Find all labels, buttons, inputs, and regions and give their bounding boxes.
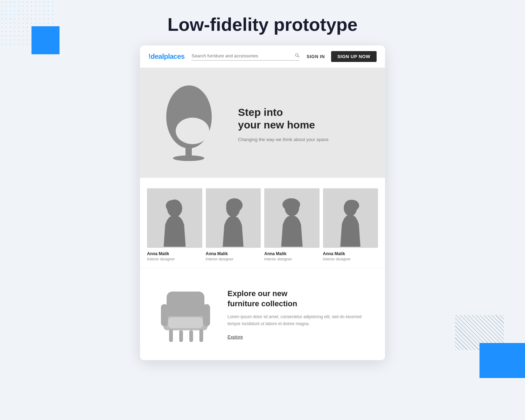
explore-link[interactable]: Explore xyxy=(227,334,243,340)
hero-chair-image xyxy=(154,78,224,171)
svg-point-11 xyxy=(282,198,300,211)
svg-point-13 xyxy=(345,200,359,211)
svg-line-1 xyxy=(298,56,299,57)
svg-rect-18 xyxy=(169,329,173,342)
svg-rect-20 xyxy=(189,330,193,342)
navbar-actions: SIGN IN SIGN UP NOW xyxy=(307,51,377,62)
designer-card-2: Anna Malik Interior designer xyxy=(206,188,261,261)
app-mockup: !dealplaces SIGN IN SIGN UP NOW xyxy=(140,46,385,360)
background-blue-square-bottom-right xyxy=(479,343,525,378)
explore-body: Lorem ipsum dolor sit amet, consectetur … xyxy=(227,314,371,327)
svg-point-5 xyxy=(173,155,204,161)
designer-name-4: Anna Malik xyxy=(323,251,378,256)
designer-image-3 xyxy=(264,188,320,248)
page-title: Low-fidelity prototype xyxy=(0,0,525,46)
designers-section: Anna Malik Interior designer Anna Malik … xyxy=(140,178,385,268)
explore-chair-image xyxy=(154,279,217,350)
hero-subheading: Changing the way we think about your spa… xyxy=(238,136,368,143)
designer-image-2 xyxy=(206,188,261,248)
designer-card-3: Anna Malik Interior designer xyxy=(264,188,320,261)
sign-in-button[interactable]: SIGN IN xyxy=(307,54,325,59)
designer-card-4: Anna Malik Interior designer xyxy=(323,188,378,261)
explore-text: Explore our new furniture collection Lor… xyxy=(227,289,371,340)
designer-role-2: Interior designer xyxy=(206,257,261,261)
svg-rect-22 xyxy=(168,317,203,328)
logo: !dealplaces xyxy=(148,52,184,61)
designer-image-4 xyxy=(323,188,378,248)
search-bar[interactable] xyxy=(191,53,300,61)
svg-rect-16 xyxy=(161,304,168,326)
search-icon xyxy=(295,53,300,59)
hero-heading: Step into your new home xyxy=(238,106,368,131)
designer-role-1: Interior designer xyxy=(147,257,202,261)
designer-name-3: Anna Malik xyxy=(264,251,320,256)
designer-name-1: Anna Malik xyxy=(147,251,202,256)
hero-text: Step into your new home Changing the way… xyxy=(224,106,368,143)
svg-point-7 xyxy=(166,200,178,211)
svg-rect-14 xyxy=(167,292,204,320)
svg-point-3 xyxy=(176,118,209,144)
svg-rect-17 xyxy=(203,304,210,326)
designer-card-1: Anna Malik Interior designer xyxy=(147,188,202,261)
navbar: !dealplaces SIGN IN SIGN UP NOW xyxy=(140,46,385,68)
hero-section: Step into your new home Changing the way… xyxy=(140,68,385,178)
designer-name-2: Anna Malik xyxy=(206,251,261,256)
svg-rect-19 xyxy=(179,330,183,342)
designer-role-4: Interior designer xyxy=(323,257,378,261)
explore-section: Explore our new furniture collection Lor… xyxy=(140,268,385,360)
svg-rect-21 xyxy=(200,329,203,342)
search-input[interactable] xyxy=(191,53,293,58)
designer-role-3: Interior designer xyxy=(264,257,320,261)
designer-image-1 xyxy=(147,188,202,248)
sign-up-button[interactable]: SIGN UP NOW xyxy=(331,51,377,62)
svg-point-9 xyxy=(226,198,243,212)
explore-heading: Explore our new furniture collection xyxy=(227,289,371,309)
